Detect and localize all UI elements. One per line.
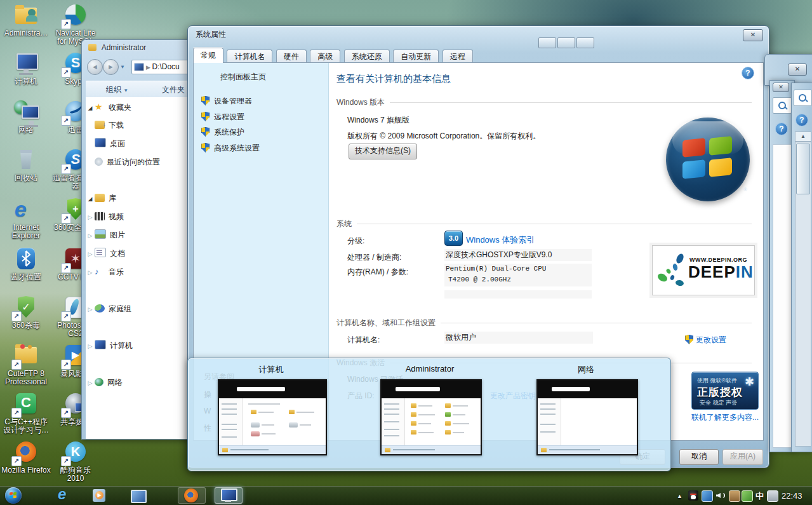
ram-value: Pentium(R) Dual-Core CPU T4200 @ 2.00GHz (444, 264, 592, 286)
experience-index-badge: 3.0 (444, 231, 463, 246)
shortcut-arrow-icon: ↗ (61, 311, 71, 321)
sidebar-home-link[interactable]: 控制面板主页 (220, 72, 266, 83)
shortcut-arrow-icon: ↗ (11, 311, 22, 321)
thumb-navpane (219, 398, 243, 446)
shortcut-arrow-icon: ↗ (61, 213, 71, 224)
taskbar-media-player[interactable]: ▶ (88, 487, 113, 504)
desktop-icon-kugou[interactable]: K↗ 酷狗音乐 2010 (51, 440, 100, 483)
explorer-window: Administrator ◄ ► ▼ ▶ D:\Docu 组织 ▼ 文件夹 ◢… (81, 39, 194, 440)
learn-more-link[interactable]: 联机了解更多内容... (691, 412, 759, 423)
picture-icon (95, 229, 106, 239)
nav-favorites[interactable]: ◢★收藏夹 (86, 100, 194, 114)
dialog-close-button[interactable]: ✕ (743, 29, 763, 41)
desktop-icon-administrator[interactable]: Administra… (1, 3, 51, 37)
help-icon[interactable]: ? (775, 123, 788, 135)
address-bar[interactable]: ▶ D:\Docu (131, 60, 194, 74)
tab-advanced[interactable]: 高级 (310, 50, 340, 64)
experience-index-link[interactable]: Windows 体验索引 (466, 234, 535, 246)
tab-auto-update[interactable]: 自动更新 (393, 50, 439, 64)
nav-documents[interactable]: ▷文档 (86, 246, 194, 260)
preview-thumbnail-computer[interactable] (218, 379, 327, 455)
thumb-navpane (538, 398, 561, 446)
nav-recent[interactable]: 最近访问的位置 (86, 155, 194, 169)
start-button[interactable] (5, 487, 22, 504)
tab-hardware[interactable]: 硬件 (276, 50, 307, 64)
preview-thumbnail-network[interactable] (536, 379, 638, 455)
nav-computer[interactable]: ▷计算机 (86, 339, 194, 353)
sidebar-system-protection[interactable]: 系统保护 (201, 127, 244, 138)
scrollbar-thumb[interactable] (796, 144, 810, 194)
tray-360-icon[interactable] (742, 490, 753, 502)
preview-label: 计算机 (218, 364, 324, 375)
rating-label: 分级: (347, 236, 364, 246)
desktop-icon-recycle-bin[interactable]: 回收站 (1, 147, 51, 182)
system-section: 系统 (336, 219, 752, 227)
tray-qq-icon[interactable] (688, 490, 698, 501)
tray-input-fist-icon[interactable] (729, 490, 740, 502)
desktop-icon-firefox[interactable]: ↗ Mozilla Firefox (1, 440, 51, 475)
change-settings-link[interactable]: 更改设置 (685, 335, 726, 346)
desktop-icon-internet-explorer[interactable]: e Internet Explorer (1, 197, 51, 240)
taskbar-ie[interactable]: e (52, 487, 77, 504)
tray-expand-icon[interactable]: ▲ (677, 493, 682, 499)
taskbar-clock[interactable]: 22:43 (782, 491, 802, 501)
desktop-icon-network[interactable]: 网络 (1, 99, 51, 134)
nav-network[interactable]: ▷网络 (86, 375, 194, 389)
sidebar-advanced-settings[interactable]: 高级系统设置 (201, 143, 260, 154)
nav-homegroup[interactable]: ▷家庭组 (86, 302, 194, 316)
support-info-button[interactable]: 技术支持信息(S) (349, 144, 417, 159)
tab-computer-name[interactable]: 计算机名 (227, 50, 272, 64)
taskbar-explorer[interactable] (126, 487, 151, 504)
desktop-icon-360-antivirus[interactable]: ✓↗ 360杀毒 (1, 295, 51, 330)
thumb-statusbar (382, 445, 481, 454)
tab-system-restore[interactable]: 系统还原 (344, 50, 390, 64)
uac-shield-icon (201, 143, 210, 152)
tab-general[interactable]: 常规 (193, 48, 223, 63)
tray-network-icon[interactable] (702, 490, 713, 502)
sidebar-remote-settings[interactable]: 远程设置 (201, 112, 244, 123)
desktop-icon-cpp-tutorial[interactable]: C↗ C与C++程序设计学习与… (1, 391, 51, 434)
search-input[interactable] (794, 90, 812, 106)
scrollbar[interactable] (795, 142, 811, 447)
desktop-icon-bluetooth[interactable]: 蓝牙位置 (1, 246, 51, 281)
background-window-button (576, 37, 594, 48)
taskbar-firefox[interactable] (178, 487, 206, 504)
nav-downloads[interactable]: 下载 (86, 118, 194, 132)
nav-pictures[interactable]: ▷图片 (86, 228, 194, 242)
network-icon (13, 99, 39, 125)
shortcut-arrow-icon: ↗ (61, 19, 71, 29)
help-icon[interactable]: ? (742, 67, 754, 79)
history-dropdown-icon[interactable]: ▼ (120, 64, 125, 70)
search-input[interactable] (773, 97, 792, 114)
sidebar-device-manager[interactable]: 设备管理器 (201, 96, 252, 107)
apply-button[interactable]: 应用(A) (722, 449, 763, 465)
tray-volume-icon[interactable] (715, 490, 725, 501)
uac-shield-icon (201, 112, 210, 121)
document-icon (95, 248, 106, 257)
folder-menu[interactable]: 文件夹 (162, 84, 185, 95)
shortcut-arrow-icon: ↗ (61, 116, 71, 126)
nav-libraries[interactable]: ◢库 (86, 191, 194, 205)
preview-thumbnail-administrator[interactable] (380, 379, 482, 455)
nav-music[interactable]: ▷♪音乐 (86, 265, 194, 279)
back-button[interactable]: ◄ (87, 59, 103, 75)
forward-button[interactable]: ► (103, 59, 119, 75)
desktop-icon-cuteftp[interactable]: ↗ CuteFTP 8 Professional (1, 343, 51, 386)
close-icon[interactable]: ✕ (773, 83, 789, 92)
desktop-icon-computer[interactable]: 计算机 (1, 51, 51, 86)
tray-icon[interactable] (767, 490, 778, 502)
organize-menu[interactable]: 组织 ▼ (106, 84, 128, 95)
nav-desktop[interactable]: 桌面 (86, 137, 194, 151)
preview-label: 网络 (536, 364, 636, 375)
tab-remote[interactable]: 远程 (443, 50, 473, 64)
tray-ime-indicator[interactable]: 中 (755, 490, 764, 502)
taskbar-computer-active[interactable] (215, 487, 243, 504)
thumb-statusbar (538, 445, 637, 454)
close-icon[interactable]: ✕ (788, 64, 807, 76)
nav-videos[interactable]: ▷视频 (86, 210, 194, 224)
taskbar-preview-popup: 计算机 Administrator (187, 358, 671, 471)
cancel-button[interactable]: 取消 (679, 449, 719, 465)
shortcut-arrow-icon: ↗ (61, 408, 71, 418)
help-icon[interactable]: ? (795, 114, 808, 126)
scroll-up-button[interactable]: ▲ (795, 131, 811, 142)
